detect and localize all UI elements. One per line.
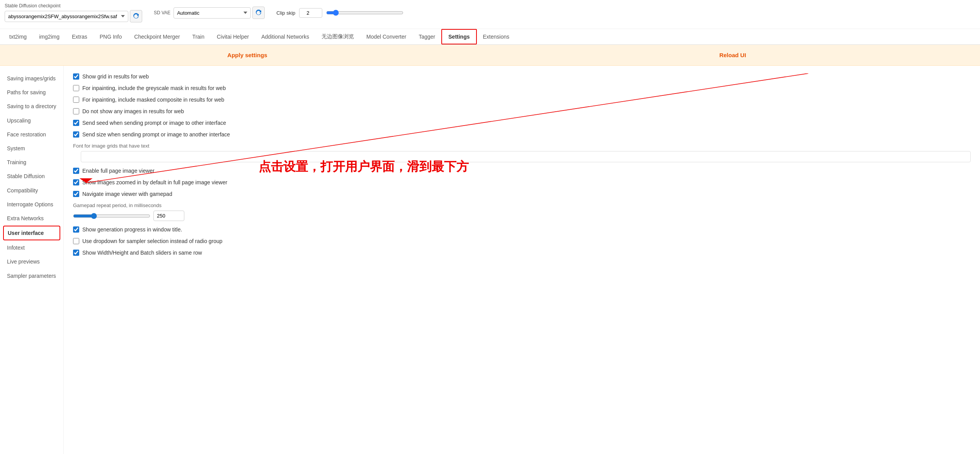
checkpoint-refresh-button[interactable] — [130, 10, 142, 22]
setting-row-show-width-height: Show Width/Height and Batch sliders in s… — [73, 250, 971, 256]
vae-section: SD VAE Automatic — [154, 7, 265, 19]
sidebar-item-upscaling[interactable]: Upscaling — [3, 114, 60, 127]
setting-row-enable-full-page: Enable full page image viewer — [73, 168, 971, 174]
vae-select[interactable]: Automatic — [174, 7, 251, 19]
setting-row-show-generation-progress: Show generation progress in window title… — [73, 226, 971, 233]
setting-label-send-size[interactable]: Send size when sending prompt or image t… — [73, 131, 230, 138]
setting-row-no-show-images: Do not show any images in results for we… — [73, 108, 971, 114]
checkbox-show-grid[interactable] — [73, 73, 79, 80]
setting-label-show-grid[interactable]: Show grid in results for web — [73, 73, 149, 80]
tab-png-info[interactable]: PNG Info — [94, 30, 128, 44]
checkbox-enable-full-page[interactable] — [73, 168, 79, 174]
action-bar: Apply settings Reload UI — [0, 45, 980, 66]
tab-wubian[interactable]: 无边图像浏览 — [315, 29, 360, 44]
sidebar-item-stable-diffusion[interactable]: Stable Diffusion — [3, 170, 60, 183]
sidebar-item-extra-networks[interactable]: Extra Networks — [3, 212, 60, 225]
gamepad-label: Gamepad repeat period, in milliseconds — [73, 202, 971, 208]
tab-checkpoint-merger[interactable]: Checkpoint Merger — [128, 30, 186, 44]
tab-txt2img[interactable]: txt2img — [3, 30, 33, 44]
header: Stable Diffusion checkpoint abyssorangem… — [0, 0, 980, 29]
setting-label-show-width-height[interactable]: Show Width/Height and Batch sliders in s… — [73, 250, 202, 256]
setting-label-inpainting-greyscale[interactable]: For inpainting, include the greyscale ma… — [73, 85, 226, 91]
setting-row-show-images-zoomed: Show images zoomed in by default in full… — [73, 179, 971, 185]
setting-label-enable-full-page[interactable]: Enable full page image viewer — [73, 168, 155, 174]
tab-extras[interactable]: Extras — [66, 30, 94, 44]
setting-label-navigate-gamepad[interactable]: Navigate image viewer with gamepad — [73, 191, 172, 197]
checkbox-show-generation-progress[interactable] — [73, 226, 79, 233]
setting-row-send-seed: Send seed when sending prompt or image t… — [73, 120, 971, 126]
sidebar-item-saving-images[interactable]: Saving images/grids — [3, 72, 60, 85]
setting-row-navigate-gamepad: Navigate image viewer with gamepad — [73, 191, 971, 197]
sidebar-item-user-interface[interactable]: User interface — [3, 226, 60, 240]
checkbox-use-dropdown-sampler[interactable] — [73, 238, 79, 244]
checkbox-no-show-images[interactable] — [73, 108, 79, 114]
setting-row-show-grid: Show grid in results for web — [73, 73, 971, 80]
checkpoint-section: Stable Diffusion checkpoint abyssorangem… — [5, 3, 142, 22]
setting-label-show-images-zoomed[interactable]: Show images zoomed in by default in full… — [73, 179, 227, 185]
sidebar-item-sampler-parameters[interactable]: Sampler parameters — [3, 269, 60, 282]
setting-row-use-dropdown-sampler: Use dropdown for sampler selection inste… — [73, 238, 971, 244]
checkbox-inpainting-greyscale[interactable] — [73, 85, 79, 91]
tab-extensions[interactable]: Extensions — [477, 30, 516, 44]
setting-label-inpainting-masked[interactable]: For inpainting, include masked composite… — [73, 97, 224, 103]
checkbox-send-size[interactable] — [73, 131, 79, 138]
content-wrapper: Show grid in results for web For inpaint… — [73, 73, 971, 256]
checkbox-show-width-height[interactable] — [73, 250, 79, 256]
checkpoint-label: Stable Diffusion checkpoint — [5, 3, 142, 9]
tab-civitai-helper[interactable]: Civitai Helper — [211, 30, 255, 44]
setting-label-send-seed[interactable]: Send seed when sending prompt or image t… — [73, 120, 226, 126]
setting-row-inpainting-masked: For inpainting, include masked composite… — [73, 97, 971, 103]
reload-ui-button[interactable]: Reload UI — [490, 48, 975, 62]
vae-label: SD VAE — [154, 10, 170, 15]
settings-content: Show grid in results for web For inpaint… — [64, 66, 980, 454]
sidebar-item-face-restoration[interactable]: Face restoration — [3, 128, 60, 141]
clip-section: Clip skip — [276, 8, 403, 18]
nav-tabs: txt2img img2img Extras PNG Info Checkpoi… — [0, 29, 980, 45]
sidebar-item-saving-to-directory[interactable]: Saving to a directory — [3, 100, 60, 113]
setting-row-send-size: Send size when sending prompt or image t… — [73, 131, 971, 138]
checkbox-show-images-zoomed[interactable] — [73, 179, 79, 185]
checkbox-send-seed[interactable] — [73, 120, 79, 126]
sidebar-item-infotext[interactable]: Infotext — [3, 241, 60, 254]
sidebar: Saving images/grids Paths for saving Sav… — [0, 66, 64, 454]
apply-settings-button[interactable]: Apply settings — [5, 48, 490, 62]
setting-row-inpainting-greyscale: For inpainting, include the greyscale ma… — [73, 85, 971, 91]
sidebar-item-interrogate-options[interactable]: Interrogate Options — [3, 198, 60, 211]
setting-label-show-generation-progress[interactable]: Show generation progress in window title… — [73, 226, 182, 233]
clip-value-input[interactable] — [299, 8, 322, 18]
sidebar-item-system[interactable]: System — [3, 142, 60, 155]
gamepad-value-input[interactable] — [153, 211, 184, 221]
sidebar-item-live-previews[interactable]: Live previews — [3, 255, 60, 268]
vae-refresh-button[interactable] — [252, 7, 265, 19]
checkbox-navigate-gamepad[interactable] — [73, 191, 79, 197]
font-input[interactable] — [81, 151, 971, 162]
tab-train[interactable]: Train — [186, 30, 211, 44]
checkbox-inpainting-masked[interactable] — [73, 97, 79, 103]
checkpoint-select[interactable]: abyssorangemix2SFW_abyssorangemix2Sfw.sa… — [5, 11, 128, 22]
sidebar-item-paths-for-saving[interactable]: Paths for saving — [3, 86, 60, 99]
sidebar-item-training[interactable]: Training — [3, 156, 60, 169]
tab-tagger[interactable]: Tagger — [412, 30, 441, 44]
clip-label: Clip skip — [276, 10, 295, 16]
sidebar-item-compatibility[interactable]: Compatibility — [3, 184, 60, 197]
setting-label-use-dropdown-sampler[interactable]: Use dropdown for sampler selection inste… — [73, 238, 223, 244]
main-layout: Saving images/grids Paths for saving Sav… — [0, 66, 980, 454]
setting-label-no-show-images[interactable]: Do not show any images in results for we… — [73, 108, 184, 114]
tab-model-converter[interactable]: Model Converter — [360, 30, 413, 44]
clip-slider[interactable] — [326, 10, 403, 16]
tab-additional-networks[interactable]: Additional Networks — [255, 30, 315, 44]
gamepad-slider[interactable] — [73, 213, 150, 219]
font-label: Font for image grids that have text — [73, 143, 971, 149]
tab-settings[interactable]: Settings — [441, 29, 476, 44]
tab-img2img[interactable]: img2img — [33, 30, 66, 44]
